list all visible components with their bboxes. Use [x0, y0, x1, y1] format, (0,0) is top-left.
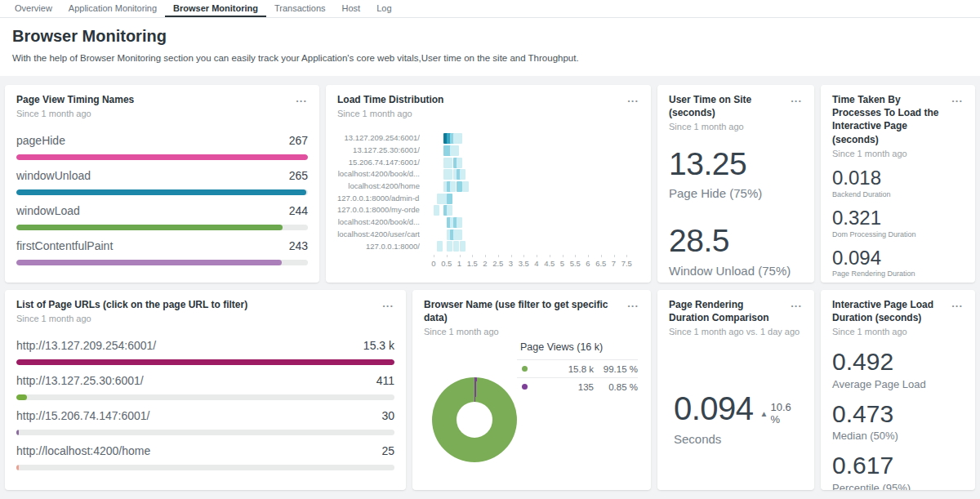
card-subtitle: Since 1 month ago: [337, 109, 639, 118]
card-rendering-comparison: Page Rendering Duration Comparison ... S…: [657, 290, 814, 490]
card-subtitle: Since 1 month ago: [16, 314, 394, 323]
card-title: Load Time Distribution: [337, 93, 626, 106]
heatmap-cell: [450, 181, 456, 192]
bar-fill: [16, 465, 19, 470]
tab-log[interactable]: Log: [368, 0, 399, 17]
axis-tick-mark: [472, 255, 473, 257]
heatmap-row-labels: 13.127.209.254:6001/13.127.25.30:6001/15…: [337, 132, 425, 269]
card-menu-icon[interactable]: ...: [295, 93, 308, 105]
tab-transactions[interactable]: Transactions: [266, 0, 334, 17]
heatmap-cell: [447, 205, 452, 216]
dashboard-board: Page View Timing Names ... Since 1 month…: [0, 76, 980, 490]
stat-value: 0.473: [832, 401, 964, 427]
card-menu-icon[interactable]: ...: [951, 298, 964, 310]
bar-track: [16, 260, 308, 265]
legend-percent: 99.15 %: [594, 364, 638, 374]
heatmap-cell: [457, 133, 462, 144]
card-load-time-distribution: Load Time Distribution ... Since 1 month…: [326, 85, 651, 283]
user-time-billboard: 13.25Page Hide (75%)28.5Window Unload (7…: [669, 147, 803, 277]
axis-tick-mark: [460, 255, 461, 257]
legend-row[interactable]: 1350.85 %: [517, 377, 638, 395]
axis-tick-label: 3.5: [519, 259, 529, 268]
stat-label: Page Rendering Duration: [832, 270, 964, 278]
axis-tick-label: 5.5: [570, 259, 581, 268]
stat-label: Seconds: [674, 432, 803, 446]
card-menu-icon[interactable]: ...: [626, 298, 639, 310]
page-urls-bar-chart: http://13.127.209.254:6001/15.3 khttp://…: [16, 339, 394, 470]
stat-group: 0.094Page Rendering Duration: [832, 247, 964, 278]
legend-row[interactable]: 15.8 k99.15 %: [517, 359, 638, 377]
tab-browser-monitoring[interactable]: Browser Monitoring: [165, 0, 266, 17]
bar-fill: [16, 154, 308, 160]
card-subtitle: Since 1 month ago: [424, 327, 639, 336]
bar-track: [16, 189, 308, 195]
heatmap-cell: [437, 241, 443, 252]
card-menu-icon[interactable]: ...: [790, 93, 803, 105]
bar-label: windowLoad: [16, 204, 80, 217]
stat-value: 0.617: [832, 452, 964, 479]
bar-value: 15.3 k: [363, 339, 394, 352]
heatmap-cell: [453, 241, 459, 252]
browser-donut-chart[interactable]: [432, 377, 517, 462]
bar-row-head: http://localhost:4200/home25: [16, 444, 394, 457]
heatmap-row-label: 15.206.74.147:6001/: [337, 157, 420, 169]
tab-overview[interactable]: Overview: [7, 0, 60, 17]
axis-tick-mark: [434, 255, 434, 257]
bar-row[interactable]: windowUnload265: [16, 169, 308, 195]
bar-row[interactable]: http://localhost:4200/home25: [16, 444, 394, 470]
axis-tick-label: 7: [612, 259, 616, 268]
card-interactive-load-duration: Interactive Page Load Duration (seconds)…: [821, 290, 975, 490]
axis-tick-label: 4: [534, 259, 538, 268]
axis-tick-mark: [588, 255, 589, 257]
heatmap-row-label: 13.127.25.30:6001/: [337, 145, 420, 157]
rendering-comparison-billboard: 0.094 ▲ 10.6 % Seconds: [669, 391, 803, 446]
stat-group: 0.473Median (50%): [832, 401, 964, 442]
bar-fill: [16, 394, 27, 400]
bar-row-head: http://13.127.209.254:6001/15.3 k: [16, 339, 394, 352]
bar-row[interactable]: http://13.127.209.254:6001/15.3 k: [16, 339, 394, 365]
tab-host[interactable]: Host: [334, 0, 369, 17]
donut-legend: Page Views (16 k) 15.8 k99.15 %1350.85 %: [517, 340, 638, 395]
bar-row[interactable]: http://13.127.25.30:6001/411: [16, 374, 394, 400]
heatmap-plot: [425, 132, 639, 252]
stat-group: 28.5Window Unload (75%): [669, 224, 803, 277]
stat-label: Percentile (95%): [832, 482, 964, 490]
axis-tick-mark: [523, 255, 524, 257]
legend-title: Page Views (16 k): [517, 340, 638, 359]
heatmap-row-label: localhost:4200/user/cart: [337, 229, 420, 241]
load-time-heatmap: 13.127.209.254:6001/13.127.25.30:6001/15…: [337, 132, 639, 269]
axis-tick-mark: [447, 255, 448, 257]
bar-track: [16, 430, 394, 435]
bar-row[interactable]: http://15.206.74.147:6001/30: [16, 409, 394, 435]
stat-group: 0.492Average Page Load: [832, 349, 964, 390]
axis-tick-label: 1.5: [467, 259, 478, 268]
axis-tick-label: 0.5: [441, 259, 452, 268]
top-nav: OverviewApplication MonitoringBrowser Mo…: [0, 0, 980, 18]
card-menu-icon[interactable]: ...: [951, 93, 964, 105]
bar-row[interactable]: pageHide267: [16, 134, 308, 160]
bar-row[interactable]: windowLoad244: [16, 204, 308, 230]
heatmap-row-label: 127.0.0.1:8000/my-order: [337, 204, 420, 216]
axis-tick-mark: [563, 255, 564, 257]
heatmap-row-label: localhost:4200/book/d...: [337, 216, 420, 229]
heatmap-cell: [434, 205, 439, 216]
trend-percent: 10.6 %: [771, 401, 803, 425]
card-menu-icon[interactable]: ...: [626, 93, 639, 105]
axis-tick-label: 0: [431, 259, 435, 268]
card-title: Time Taken By Processes To Load the Inte…: [832, 93, 951, 146]
card-menu-icon[interactable]: ...: [790, 298, 803, 310]
bar-track: [16, 394, 394, 400]
heatmap-row-label: 127.0.0.1:8000/: [337, 241, 420, 253]
stat-group: 0.321Dom Processing Duration: [832, 207, 964, 238]
bar-fill: [16, 260, 282, 265]
heatmap-cell: [447, 169, 452, 180]
card-process-durations: Time Taken By Processes To Load the Inte…: [821, 85, 975, 283]
stat-label: Window Unload (75%): [669, 264, 803, 278]
axis-tick-label: 6.5: [595, 259, 606, 268]
bar-track: [16, 154, 308, 160]
tab-application-monitoring[interactable]: Application Monitoring: [60, 0, 165, 17]
stat-group: 13.25Page Hide (75%): [669, 147, 803, 200]
stat-label: Backend Duration: [832, 190, 964, 198]
bar-row[interactable]: firstContentfulPaint243: [16, 239, 308, 265]
card-menu-icon[interactable]: ...: [381, 298, 394, 310]
